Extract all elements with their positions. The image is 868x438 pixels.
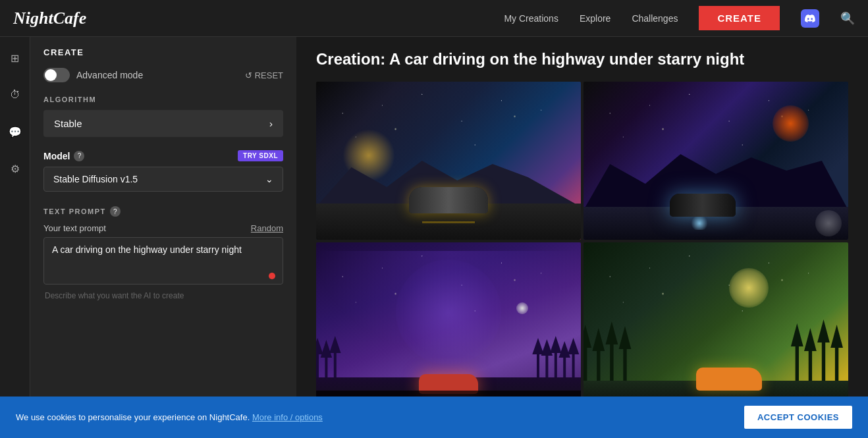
svg-marker-27 (791, 323, 803, 346)
img-3-moon (516, 302, 528, 314)
reset-button[interactable]: ↺ RESET (245, 70, 283, 80)
main-content: Creation: A car driving on the highway u… (296, 37, 868, 438)
reset-label: RESET (255, 70, 283, 80)
topnav-create-button[interactable]: CREATE (699, 6, 780, 30)
img-4-moon (729, 268, 769, 308)
advanced-mode-left: Advanced mode (43, 68, 143, 82)
algorithm-value: Stable (54, 118, 82, 129)
img-2-car (670, 194, 736, 217)
svg-marker-9 (532, 338, 543, 354)
icon-bar-grid[interactable]: ⊞ (5, 47, 26, 68)
random-link[interactable]: Random (251, 223, 283, 233)
text-prompt-label: TEXT PROMPT (43, 207, 106, 215)
your-prompt-label: Your text prompt (43, 223, 106, 233)
sidebar-inner: CREATE Advanced mode ↺ RESET ALGORITHM S… (30, 37, 296, 400)
topnav: NightCafe My Creations Explore Challenge… (0, 0, 868, 37)
img-2-sphere (815, 210, 842, 236)
svg-marker-31 (817, 319, 830, 342)
img-1-car (409, 187, 488, 213)
image-cell-1[interactable] (316, 82, 581, 240)
svg-marker-5 (321, 340, 332, 358)
svg-marker-25 (619, 326, 632, 349)
cookie-text: We use cookies to personalise your exper… (16, 412, 323, 422)
img-2-planet (773, 105, 809, 142)
prompt-help-icon[interactable]: ? (110, 206, 121, 217)
main-title: Creation: A car driving on the highway u… (316, 50, 848, 68)
cookie-more-info-link[interactable]: More info / options (252, 412, 323, 422)
prompt-header: TEXT PROMPT ? (43, 206, 283, 217)
icon-bar-history[interactable]: ⏱ (5, 84, 26, 105)
model-value: Stable Diffusion v1.5 (53, 174, 138, 184)
prompt-placeholder: Describe what you want the AI to create (43, 291, 283, 300)
svg-marker-17 (568, 338, 579, 354)
image-grid: ⧉ ⤢ ↓ ≡ (316, 82, 848, 414)
sidebar-title: CREATE (43, 47, 283, 57)
image-cell-2[interactable] (583, 82, 848, 240)
reset-icon: ↺ (245, 70, 252, 80)
icon-bar-chat[interactable]: 💬 (5, 121, 26, 142)
accept-cookies-button[interactable]: ACCEPT COOKIES (744, 406, 852, 429)
model-label: Model (43, 151, 70, 161)
svg-marker-3 (316, 338, 323, 354)
image-cell-4[interactable] (583, 242, 848, 414)
image-cell-3[interactable]: ⧉ ⤢ ↓ ≡ (316, 242, 581, 414)
try-sdxl-badge[interactable]: TRY SDXL (238, 150, 283, 161)
svg-marker-23 (606, 321, 618, 344)
explore-link[interactable]: Explore (580, 13, 610, 24)
chevron-right-icon: › (269, 118, 273, 129)
topnav-right: My Creations Explore Challenges CREATE 🔍 (504, 6, 855, 30)
my-creations-link[interactable]: My Creations (504, 13, 558, 24)
img-4-car (696, 368, 762, 391)
svg-marker-7 (329, 336, 340, 353)
advanced-mode-toggle[interactable] (43, 68, 70, 82)
red-dot-indicator (269, 273, 275, 279)
chevron-down-icon: ⌄ (265, 174, 273, 184)
img-1-road-line (422, 221, 475, 223)
advanced-mode-row: Advanced mode ↺ RESET (43, 68, 283, 82)
main-layout: ⊞ ⏱ 💬 ⚙ CREATE Advanced mode ↺ RESET ALG… (0, 0, 868, 438)
svg-marker-13 (550, 336, 561, 353)
model-help-icon[interactable]: ? (74, 151, 84, 161)
discord-icon[interactable] (801, 9, 819, 28)
model-label-row: Model ? (43, 151, 84, 161)
img-2-headlight (690, 217, 709, 230)
prompt-textarea[interactable] (43, 237, 283, 285)
algorithm-label: ALGORITHM (43, 96, 283, 103)
challenges-link[interactable]: Challenges (632, 13, 678, 24)
svg-marker-11 (541, 339, 553, 356)
svg-marker-21 (592, 328, 605, 351)
svg-marker-19 (583, 325, 591, 348)
icon-bar: ⊞ ⏱ 💬 ⚙ (0, 37, 30, 438)
cookie-banner: We use cookies to personalise your exper… (0, 397, 868, 438)
advanced-mode-label: Advanced mode (76, 70, 143, 80)
model-header: Model ? TRY SDXL (43, 150, 283, 161)
algorithm-button[interactable]: Stable › (43, 110, 283, 137)
svg-marker-33 (830, 325, 843, 348)
prompt-textarea-wrapper (43, 237, 283, 287)
icon-bar-settings[interactable]: ⚙ (5, 158, 26, 179)
model-select[interactable]: Stable Diffusion v1.5 ⌄ (43, 167, 283, 192)
svg-marker-29 (804, 328, 817, 351)
app-logo: NightCafe (13, 9, 86, 28)
search-icon[interactable]: 🔍 (840, 11, 855, 26)
sidebar: CREATE Advanced mode ↺ RESET ALGORITHM S… (30, 37, 296, 438)
your-prompt-row: Your text prompt Random (43, 223, 283, 233)
svg-marker-15 (559, 341, 570, 358)
